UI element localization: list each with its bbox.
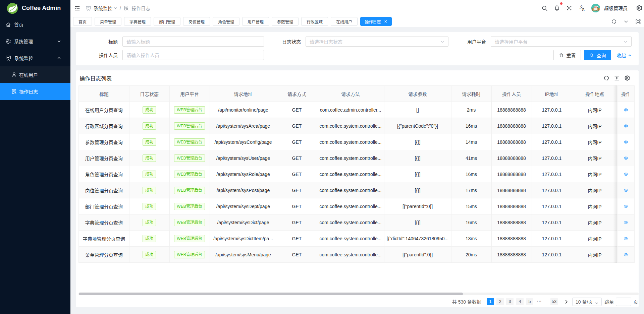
svg-text:A: A xyxy=(582,8,585,11)
